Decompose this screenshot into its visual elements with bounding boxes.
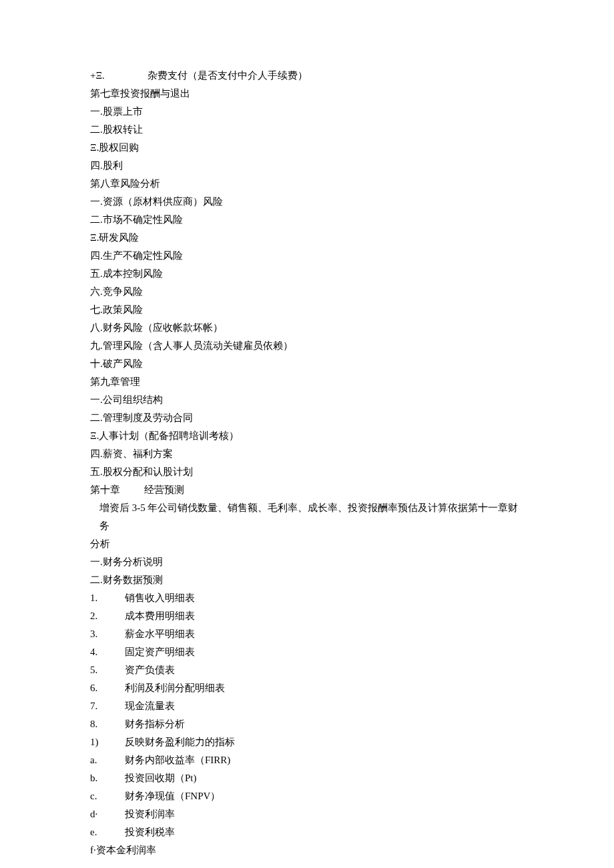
text-line: 一.资源（原材料供应商）风险 bbox=[90, 193, 524, 211]
text-line: a.财务内部收益率（FIRR) bbox=[90, 751, 524, 769]
line-text: 销售收入明细表 bbox=[125, 592, 195, 603]
text-line: 二.财务数据预测 bbox=[90, 571, 524, 589]
line-text: 经营预测 bbox=[144, 484, 184, 495]
text-line: b.投资回收期（Pt) bbox=[90, 769, 524, 787]
line-text: 资产负债表 bbox=[125, 665, 175, 675]
line-index: d· bbox=[90, 805, 125, 823]
text-line: f·资本金利润率 bbox=[90, 841, 524, 859]
text-line: c.财务净现值（FNPV） bbox=[90, 787, 524, 805]
text-line: e.投资利税率 bbox=[90, 823, 524, 841]
text-line: 二.市场不确定性风险 bbox=[90, 211, 524, 229]
line-index: a. bbox=[90, 751, 125, 769]
line-text: 固定资产明细表 bbox=[125, 646, 195, 657]
line-text: 投资利润率 bbox=[125, 809, 175, 819]
line-index: 4. bbox=[90, 643, 125, 661]
line-text: 投资利税率 bbox=[125, 827, 175, 837]
line-index: 7. bbox=[90, 697, 125, 715]
line-index: 2. bbox=[90, 607, 125, 625]
text-line: 六.竞争风险 bbox=[90, 283, 524, 301]
text-line: 1.销售收入明细表 bbox=[90, 589, 524, 607]
text-line: 增资后 3-5 年公司销伐数量、销售额、毛利率、成长率、投资报酬率预估及计算依据… bbox=[90, 499, 524, 535]
line-text: 财务指标分析 bbox=[125, 719, 185, 729]
text-line: 四.生产不确定性风险 bbox=[90, 247, 524, 265]
text-line: 四.薪资、福利方案 bbox=[90, 445, 524, 463]
text-line: 3.薪金水平明细表 bbox=[90, 625, 524, 643]
text-line: 二.管理制度及劳动合同 bbox=[90, 409, 524, 427]
line-text: 财务内部收益率（FIRR) bbox=[125, 755, 230, 765]
text-line: Ξ.研发风险 bbox=[90, 229, 524, 247]
line-index: b. bbox=[90, 769, 125, 787]
line-text: 薪金水平明细表 bbox=[125, 628, 195, 639]
text-line: 第十章经营预测 bbox=[90, 481, 524, 499]
text-line: 分析 bbox=[90, 535, 524, 553]
text-line: 1)反映财务盈利能力的指标 bbox=[90, 733, 524, 751]
text-line: 第八章风险分析 bbox=[90, 175, 524, 193]
text-line: 八.财务风险（应收帐款坏帐） bbox=[90, 319, 524, 337]
line-index: c. bbox=[90, 787, 125, 805]
text-line: 七.政策风险 bbox=[90, 301, 524, 319]
text-line: 十.破产风险 bbox=[90, 355, 524, 373]
text-line: 2.成本费用明细表 bbox=[90, 607, 524, 625]
text-line: Ξ.人事计划（配备招聘培训考核） bbox=[90, 427, 524, 445]
text-line: +Ξ.杂费支付（是否支付中介人手续费） bbox=[90, 67, 524, 85]
text-line: 二.股权转让 bbox=[90, 121, 524, 139]
text-line: Ξ.股权回购 bbox=[90, 139, 524, 157]
text-line: 五.成本控制风险 bbox=[90, 265, 524, 283]
line-index: 8. bbox=[90, 715, 125, 733]
text-line: 5.资产负债表 bbox=[90, 661, 524, 679]
document-body: +Ξ.杂费支付（是否支付中介人手续费）第七章投资报酬与退出一.股票上市二.股权转… bbox=[0, 0, 614, 868]
text-line: 九.管理风险（含人事人员流动关键雇员依赖） bbox=[90, 337, 524, 355]
line-text: 利润及利润分配明细表 bbox=[125, 683, 225, 693]
line-index: 5. bbox=[90, 661, 125, 679]
text-line: 五.股权分配和认股计划 bbox=[90, 463, 524, 481]
line-index: 1. bbox=[90, 589, 125, 607]
text-line: 一.财务分析说明 bbox=[90, 553, 524, 571]
text-line: 第七章投资报酬与退出 bbox=[90, 85, 524, 103]
text-line: 7.现金流量表 bbox=[90, 697, 524, 715]
line-index: +Ξ. bbox=[90, 70, 105, 81]
text-line: 一.公司组织结构 bbox=[90, 391, 524, 409]
line-text: 杂费支付（是否支付中介人手续费） bbox=[147, 70, 308, 81]
line-text: 财务净现值（FNPV） bbox=[125, 791, 220, 801]
line-index: 1) bbox=[90, 733, 125, 751]
text-line: 四.股利 bbox=[90, 157, 524, 175]
line-text: 投资回收期（Pt) bbox=[125, 773, 197, 783]
text-line: 第九章管理 bbox=[90, 373, 524, 391]
text-line: 8.财务指标分析 bbox=[90, 715, 524, 733]
text-line: 一.股票上市 bbox=[90, 103, 524, 121]
line-index: 3. bbox=[90, 625, 125, 643]
line-index: 第十章 bbox=[90, 484, 120, 495]
line-text: 现金流量表 bbox=[125, 701, 175, 711]
text-line: 6.利润及利润分配明细表 bbox=[90, 679, 524, 697]
line-text: 反映财务盈利能力的指标 bbox=[125, 737, 235, 747]
text-line: 4.固定资产明细表 bbox=[90, 643, 524, 661]
line-index: 6. bbox=[90, 679, 125, 697]
text-line: d·投资利润率 bbox=[90, 805, 524, 823]
line-text: 成本费用明细表 bbox=[125, 610, 195, 621]
line-index: e. bbox=[90, 823, 125, 841]
